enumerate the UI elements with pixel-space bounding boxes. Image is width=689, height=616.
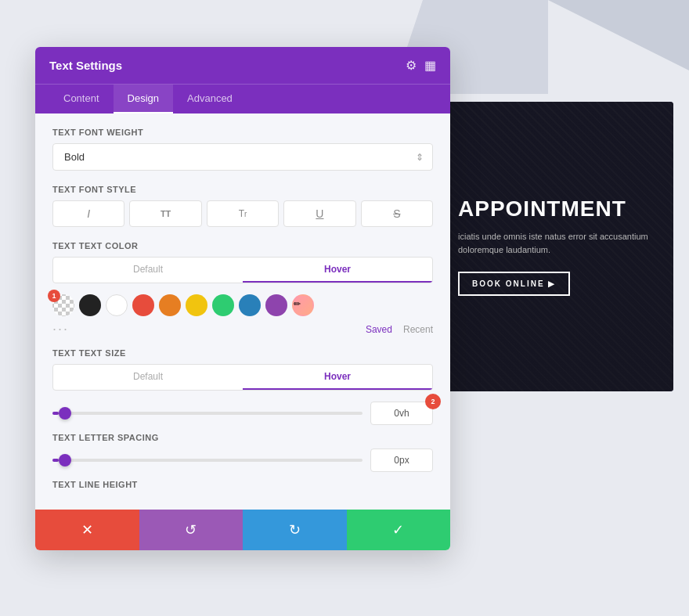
letter-spacing-input[interactable]	[370, 448, 433, 472]
color-tab-default[interactable]: Default	[53, 258, 243, 283]
font-weight-select-wrapper: Bold Normal Light 100 200 300 400 500 60…	[52, 143, 433, 171]
swatch-red[interactable]	[132, 294, 154, 316]
text-color-tabs: Default Hover	[52, 257, 433, 283]
undo-button[interactable]: ↺	[139, 510, 243, 550]
panel-footer: ✕ ↺ ↻ ✓	[35, 510, 450, 550]
letter-spacing-input-wrapper	[370, 448, 433, 472]
color-tab-hover[interactable]: Hover	[243, 258, 432, 283]
swatch-yellow[interactable]	[186, 294, 207, 316]
text-size-slider-fill	[52, 412, 59, 415]
swatch-white[interactable]	[106, 294, 128, 316]
underline-button[interactable]: U	[283, 200, 355, 227]
badge-2: 2	[425, 394, 441, 409]
settings-panel: Text Settings ⚙ ▦ Content Design Advance…	[35, 47, 450, 550]
text-size-slider-track[interactable]	[52, 412, 363, 415]
swatch-orange[interactable]	[159, 294, 181, 316]
layout-icon[interactable]: ▦	[424, 58, 436, 73]
swatch-black[interactable]	[79, 294, 101, 316]
text-size-label: Text Text Size	[52, 348, 433, 358]
badge-1: 1	[48, 290, 60, 302]
line-height-label: Text Line Height	[52, 480, 433, 489]
italic-button[interactable]: I	[52, 200, 124, 227]
save-icon: ✓	[392, 521, 404, 539]
letter-spacing-fill	[52, 459, 59, 462]
preview-subtitle: iciatis unde omnis iste natus error sit …	[458, 230, 658, 256]
font-style-label: Text Font Style	[52, 185, 433, 194]
panel-body: Text Font Weight Bold Normal Light 100 2…	[35, 113, 450, 510]
saved-recent-links: Saved Recent	[366, 324, 433, 335]
tab-advanced[interactable]: Advanced	[173, 85, 247, 113]
undo-icon: ↺	[185, 521, 197, 539]
website-preview: APPOINTMENT iciatis unde omnis iste natu…	[442, 102, 673, 391]
tab-content[interactable]: Content	[49, 85, 114, 113]
text-size-slider-row: 2	[52, 402, 433, 425]
settings-icon[interactable]: ⚙	[406, 58, 417, 73]
letter-spacing-label: Text Letter Spacing	[52, 433, 433, 442]
panel-tabs: Content Design Advanced	[35, 84, 450, 113]
text-size-slider-thumb[interactable]	[59, 407, 71, 420]
panel-header: Text Settings ⚙ ▦	[35, 47, 450, 84]
more-dots[interactable]: ···	[52, 321, 69, 337]
text-size-tabs: Default Hover	[52, 364, 433, 391]
swatch-pencil[interactable]: ✏	[292, 294, 314, 316]
letter-spacing-thumb[interactable]	[59, 454, 71, 467]
preview-book-button[interactable]: BOOK ONLINE	[458, 272, 570, 296]
swatch-purple[interactable]	[265, 294, 287, 316]
text-size-input-wrapper: 2	[370, 402, 433, 425]
bg-shape-2	[548, 0, 689, 70]
font-style-buttons: I TT Tr U S	[52, 200, 433, 227]
uppercase-button[interactable]: TT	[129, 200, 201, 227]
font-weight-label: Text Font Weight	[52, 128, 433, 137]
font-weight-select[interactable]: Bold Normal Light 100 200 300 400 500 60…	[52, 143, 433, 171]
saved-recent-row: ··· Saved Recent	[52, 321, 433, 337]
swatch-green[interactable]	[212, 294, 234, 316]
cancel-icon: ✕	[81, 521, 93, 539]
swatch-numbered-wrapper: 1	[52, 294, 74, 316]
tab-design[interactable]: Design	[114, 85, 173, 113]
text-color-label: Text Text Color	[52, 241, 433, 250]
panel-title: Text Settings	[49, 59, 122, 72]
text-size-tab-hover[interactable]: Hover	[243, 365, 432, 390]
swatches-left: 1 ✏	[52, 294, 314, 316]
strikethrough-button[interactable]: S	[361, 200, 433, 227]
letter-spacing-slider-row	[52, 448, 433, 472]
cancel-button[interactable]: ✕	[35, 510, 139, 550]
capitalize-button[interactable]: Tr	[207, 200, 279, 227]
preview-title: APPOINTMENT	[458, 197, 658, 222]
text-size-input[interactable]	[370, 402, 433, 425]
text-size-tab-default[interactable]: Default	[53, 365, 243, 390]
letter-spacing-track[interactable]	[52, 459, 363, 462]
swatches-section: 1 ✏	[52, 294, 433, 316]
recent-link[interactable]: Recent	[403, 324, 433, 335]
text-size-section: Text Text Size Default Hover 2	[52, 348, 433, 425]
redo-icon: ↻	[289, 521, 301, 539]
swatch-blue[interactable]	[239, 294, 261, 316]
save-button[interactable]: ✓	[347, 510, 451, 550]
header-icons: ⚙ ▦	[406, 58, 436, 73]
redo-button[interactable]: ↻	[243, 510, 347, 550]
saved-link[interactable]: Saved	[366, 324, 392, 335]
